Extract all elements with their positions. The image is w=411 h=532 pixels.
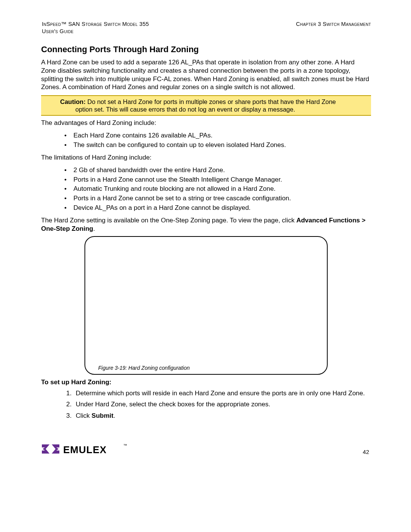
setup-steps: Determine which ports will reside in eac…	[41, 388, 371, 421]
list-item: Ports in a Hard Zone cannot be set to a …	[73, 194, 371, 203]
navpath-prefix: The Hard Zone setting is available on th…	[41, 217, 296, 224]
advantages-list: Each Hard Zone contains 126 available AL…	[41, 131, 371, 150]
list-item: Each Hard Zone contains 126 available AL…	[73, 131, 371, 141]
step-prefix: Click	[76, 412, 92, 419]
limitations-lead: The limitations of Hard Zoning include:	[41, 153, 371, 162]
list-item: The switch can be configured to contain …	[73, 141, 371, 150]
header-left: InSpeed™ SAN Storage Switch Model 355 Us…	[42, 21, 223, 34]
figure-placeholder: Figure 3-19: Hard Zoning configuration	[84, 236, 328, 375]
logo-text: EMULEX	[63, 444, 107, 455]
document-page: InSpeed™ SAN Storage Switch Model 355 Us…	[0, 0, 411, 532]
navpath-suffix: .	[93, 225, 95, 232]
emulex-logo-icon: EMULEX ™	[41, 441, 129, 457]
caution-label: Caution:	[60, 98, 86, 105]
header-product: InSpeed™ SAN Storage Switch Model 355	[42, 21, 149, 27]
section-title: Connecting Ports Through Hard Zoning	[41, 45, 371, 54]
caution-line2: option set. This will cause errors that …	[60, 105, 352, 113]
setup-header: To set up Hard Zoning:	[41, 379, 371, 386]
step-item: Under Hard Zone, select the check boxes …	[73, 399, 371, 409]
emulex-logo: EMULEX ™	[41, 441, 129, 457]
page-header: InSpeed™ SAN Storage Switch Model 355 Us…	[42, 21, 371, 34]
step-item: Determine which ports will reside in eac…	[73, 388, 371, 398]
header-chapter: Chapter 3 Switch Management	[233, 21, 371, 27]
step-bold: Submit	[92, 412, 114, 419]
list-item: Ports in a Hard Zone cannot use the Stea…	[73, 175, 371, 185]
advantages-lead: The advantages of Hard Zoning include:	[41, 119, 371, 127]
header-guide: User's Guide	[42, 28, 223, 34]
limitations-list: 2 Gb of shared bandwidth over the entire…	[41, 166, 371, 212]
list-item: Device AL_PAs on a port in a Hard Zone c…	[73, 203, 371, 213]
page-number: 42	[363, 449, 369, 455]
figure-caption: Figure 3-19: Hard Zoning configuration	[98, 365, 190, 371]
page-content: Connecting Ports Through Hard Zoning A H…	[41, 44, 371, 424]
step-suffix: .	[113, 412, 115, 419]
intro-paragraph: A Hard Zone can be used to add a separat…	[41, 58, 371, 91]
step-item: Click Submit.	[73, 411, 371, 421]
nav-path: The Hard Zone setting is available on th…	[41, 216, 371, 233]
list-item: Automatic Trunking and route blocking ar…	[73, 184, 371, 194]
logo-trademark: ™	[123, 443, 127, 447]
caution-line1: Do not set a Hard Zone for ports in mult…	[86, 98, 336, 105]
caution-text: Caution: Do not set a Hard Zone for port…	[60, 98, 352, 113]
list-item: 2 Gb of shared bandwidth over the entire…	[73, 166, 371, 175]
caution-box: Caution: Do not set a Hard Zone for port…	[41, 95, 371, 116]
